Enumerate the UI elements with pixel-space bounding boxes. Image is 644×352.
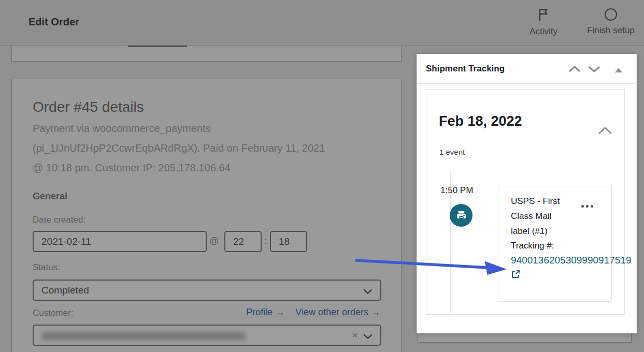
general-heading: General xyxy=(33,191,67,202)
event-title-line: Class Mail xyxy=(511,209,560,224)
payment-summary-line: @ 10:18 pm. Customer IP: 205.178.106.64 xyxy=(33,158,385,178)
payment-summary-line: Payment via woocommerce_payments xyxy=(33,119,385,138)
payment-summary: Payment via woocommerce_payments (pi_1IJ… xyxy=(33,119,385,178)
date-created-input[interactable]: 2021-02-11 xyxy=(33,231,207,252)
finish-setup-label: Finish setup xyxy=(579,25,642,36)
status-value: Completed xyxy=(41,285,89,296)
event-time: 1:50 PM xyxy=(440,185,473,196)
event-title: USPS - First Class Mail label (#1) xyxy=(511,194,560,239)
tracking-timeline-card: Feb 18, 2022 1 event 1:50 PM USPS - Firs… xyxy=(426,89,625,315)
at-symbol: @ xyxy=(209,236,219,246)
more-menu-icon[interactable] xyxy=(579,203,595,210)
customer-select[interactable]: × xyxy=(33,325,381,346)
flag-icon xyxy=(537,8,550,22)
event-title-line: label (#1) xyxy=(511,224,560,239)
tracking-number-label: Tracking #: xyxy=(511,241,554,251)
event-title-line: USPS - First xyxy=(511,194,560,209)
external-link-icon[interactable] xyxy=(511,269,521,279)
clipped-panel xyxy=(11,46,402,62)
hour-value: 22 xyxy=(233,236,244,247)
tracking-event-card: USPS - First Class Mail label (#1) Track… xyxy=(498,186,612,302)
status-label: Status: xyxy=(33,262,60,273)
date-created-label: Date created: xyxy=(33,215,85,225)
top-bar: Edit Order Activity Finish setup xyxy=(0,0,644,46)
clipped-element xyxy=(128,46,187,47)
minute-value: 18 xyxy=(279,236,290,247)
shipment-tracking-panel: Shipment Tracking Feb 18, 2022 1 event 1… xyxy=(417,54,636,333)
profile-link[interactable]: Profile → xyxy=(246,307,284,317)
timeline-date-heading: Feb 18, 2022 xyxy=(439,113,522,129)
tracking-number-link[interactable]: 9400136205309990917519 xyxy=(511,255,631,266)
order-details-panel: Order #45 details Payment via woocommerc… xyxy=(11,79,402,352)
payment-summary-line: (pi_1IJnUf2HpP2CcwrEqbARdRgX). Paid on F… xyxy=(33,138,385,158)
collapse-toggle-icon[interactable] xyxy=(615,68,622,72)
order-details-heading: Order #45 details xyxy=(33,99,144,115)
clear-selection-button[interactable]: × xyxy=(352,330,357,341)
time-separator: : xyxy=(264,236,267,246)
status-select[interactable]: Completed xyxy=(33,280,381,301)
group-collapse-icon[interactable] xyxy=(597,126,613,135)
finish-setup-button[interactable]: Finish setup xyxy=(579,8,642,36)
move-down-icon[interactable] xyxy=(588,65,601,73)
progress-circle-icon xyxy=(605,8,617,21)
customer-value-redacted xyxy=(42,332,245,340)
page-title: Edit Order xyxy=(28,16,79,28)
activity-button[interactable]: Activity xyxy=(523,8,564,37)
shipment-tracking-title: Shipment Tracking xyxy=(426,64,505,74)
activity-label: Activity xyxy=(523,26,564,37)
hour-input[interactable]: 22 xyxy=(224,231,262,252)
minute-input[interactable]: 18 xyxy=(270,231,307,252)
customer-links: Profile → View other orders → xyxy=(238,307,380,318)
date-value: 2021-02-11 xyxy=(41,236,91,247)
printer-badge xyxy=(450,204,473,227)
chevron-down-icon xyxy=(363,289,373,294)
printer-icon xyxy=(455,209,468,222)
customer-label: Customer: xyxy=(33,308,73,318)
event-count: 1 event xyxy=(439,148,465,156)
shipment-tracking-header: Shipment Tracking xyxy=(417,54,636,84)
move-up-icon[interactable] xyxy=(568,65,581,73)
view-other-orders-link[interactable]: View other orders → xyxy=(295,307,380,317)
chevron-down-icon xyxy=(363,334,373,339)
